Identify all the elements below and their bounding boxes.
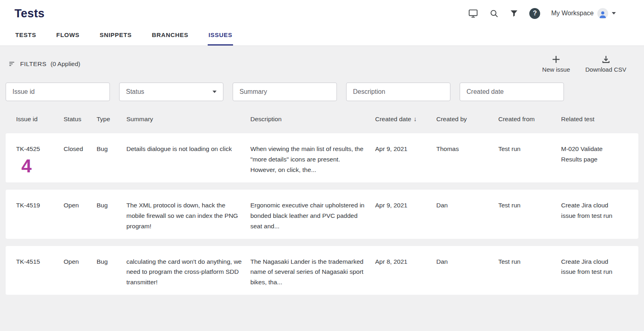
filters-applied-count: (0 Applied)	[50, 60, 80, 68]
summary-cell: calculating the card won't do anything, …	[126, 257, 250, 288]
description-input[interactable]	[353, 88, 444, 95]
summary-input[interactable]	[239, 88, 330, 95]
status-cell: Open	[64, 257, 97, 267]
chevron-down-icon	[612, 12, 616, 14]
column-header-summary[interactable]: Summary	[126, 116, 250, 123]
workspace-menu[interactable]: My Workspace	[551, 8, 616, 19]
new-issue-label: New issue	[542, 66, 570, 73]
download-icon	[601, 55, 611, 64]
created-date-filter	[460, 83, 564, 101]
created-date-cell: Apr 8, 2021	[375, 257, 436, 267]
avatar	[597, 8, 608, 19]
issue-id-input[interactable]	[12, 88, 103, 95]
summary-filter	[233, 83, 337, 101]
created-by-cell: Dan	[436, 257, 498, 267]
created-from-cell: Test run	[498, 257, 561, 267]
column-header-created-from[interactable]: Created from	[498, 116, 561, 123]
issue-id-cell: TK-4515	[16, 257, 64, 267]
status-cell: Open	[64, 200, 97, 211]
help-icon[interactable]: ?	[529, 8, 540, 19]
status-select-value: Status	[126, 88, 144, 95]
filters-label: FILTERS	[20, 60, 46, 68]
column-header-created-by[interactable]: Created by	[436, 116, 498, 123]
tab-flows[interactable]: FLOWS	[56, 23, 80, 46]
type-cell: Bug	[97, 144, 126, 154]
download-csv-button[interactable]: Download CSV	[585, 55, 626, 73]
issue-id-cell: TK-4525 4	[16, 144, 64, 175]
column-header-type[interactable]: Type	[97, 116, 126, 123]
created-from-cell: Test run	[498, 144, 561, 154]
type-cell: Bug	[97, 257, 126, 267]
filters-actions: New issue Download CSV	[542, 55, 626, 73]
created-by-cell: Dan	[436, 200, 498, 211]
table-row[interactable]: TK-4519 Open Bug The XML protocol is dow…	[6, 190, 638, 239]
created-date-cell: Apr 9, 2021	[375, 200, 436, 211]
column-header-description[interactable]: Description	[250, 116, 375, 123]
related-test-cell: Create Jira cloud issue from test run	[561, 200, 628, 221]
tab-snippets[interactable]: SNIPPETS	[99, 23, 133, 46]
workspace-label: My Workspace	[551, 10, 594, 17]
download-csv-label: Download CSV	[585, 66, 626, 73]
table-row[interactable]: TK-4515 Open Bug calculating the card wo…	[6, 246, 638, 295]
description-cell: When viewing the main list of results, t…	[250, 144, 375, 175]
page-title: Tests	[14, 7, 45, 20]
issue-id-filter	[6, 83, 110, 101]
tab-branches[interactable]: BRANCHES	[151, 23, 189, 46]
column-header-created-date[interactable]: Created date↓	[375, 116, 436, 123]
created-by-cell: Thomas	[436, 144, 498, 154]
summary-cell: The XML protocol is down, hack the mobil…	[126, 200, 250, 232]
topbar-actions: ? My Workspace	[468, 8, 616, 19]
column-header-related-test[interactable]: Related test	[561, 116, 628, 123]
search-icon[interactable]	[489, 9, 499, 18]
issue-id-cell: TK-4519	[16, 200, 64, 211]
status-filter-select[interactable]: Status	[119, 83, 223, 101]
type-cell: Bug	[97, 200, 126, 211]
description-cell: Ergonomic executive chair upholstered in…	[250, 200, 375, 232]
created-from-cell: Test run	[498, 200, 561, 211]
description-filter	[346, 83, 450, 101]
filters-toggle[interactable]: FILTERS (0 Applied)	[8, 60, 80, 68]
monitor-icon[interactable]	[468, 8, 479, 19]
sort-descending-icon: ↓	[414, 116, 417, 122]
summary-cell: Details dialogue is not loading on click	[126, 144, 250, 154]
filter-lines-icon	[8, 60, 16, 68]
page: Tests ? My W	[0, 0, 644, 331]
table-header: Issue id Status Type Summary Description…	[6, 105, 638, 133]
tab-issues[interactable]: ISSUES	[208, 23, 233, 46]
column-header-issue-id[interactable]: Issue id	[16, 116, 64, 123]
tab-tests[interactable]: TESTS	[14, 23, 37, 46]
new-issue-button[interactable]: New issue	[542, 55, 570, 73]
table-row[interactable]: TK-4525 4 Closed Bug Details dialogue is…	[6, 133, 638, 182]
select-chevron-icon	[213, 91, 217, 93]
created-date-input[interactable]	[466, 88, 557, 95]
tab-bar: TESTS FLOWS SNIPPETS BRANCHES ISSUES	[0, 23, 644, 46]
description-cell: The Nagasaki Lander is the trademarked n…	[250, 257, 375, 288]
annotation-marker: 4	[21, 157, 56, 175]
filter-funnel-icon[interactable]	[510, 9, 518, 18]
related-test-cell: Create Jira cloud issue from test run	[561, 257, 628, 277]
topbar: Tests ? My W	[0, 0, 644, 23]
plus-icon	[551, 55, 561, 64]
filter-inputs-row: Status	[6, 83, 638, 101]
issue-id-value: TK-4525	[16, 144, 56, 154]
filters-bar: FILTERS (0 Applied) New issue	[6, 46, 638, 77]
related-test-cell: M-020 Validate Results page	[561, 144, 628, 165]
issues-panel: FILTERS (0 Applied) New issue	[0, 46, 644, 331]
created-date-header-label: Created date	[375, 116, 411, 122]
created-date-cell: Apr 9, 2021	[375, 144, 436, 154]
status-cell: Closed	[64, 144, 97, 154]
column-header-status[interactable]: Status	[64, 116, 97, 123]
